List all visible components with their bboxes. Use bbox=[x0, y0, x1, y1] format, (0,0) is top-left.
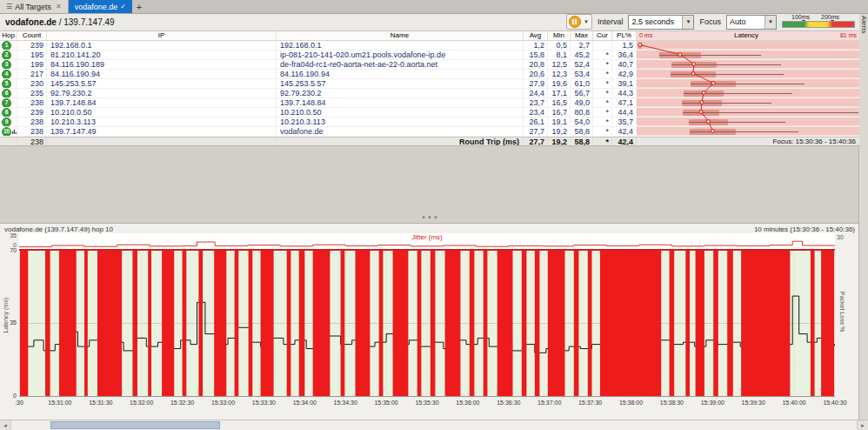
scroll-right-arrow-icon[interactable]: ► bbox=[857, 420, 868, 430]
table-row[interactable]: 10 238 139.7.147.49 vodafone.de 27,7 19,… bbox=[0, 127, 859, 137]
focus-select[interactable]: Auto ▼ bbox=[726, 15, 777, 30]
cell-hop: 2 bbox=[0, 50, 17, 59]
cell-ip: 92.79.230.2 bbox=[47, 89, 277, 97]
cell-pl: 1,5 bbox=[612, 41, 637, 50]
scroll-left-arrow-icon[interactable]: ◄ bbox=[0, 420, 11, 430]
cell-count: 239 bbox=[17, 108, 47, 117]
alerts-tab-label: Alerts bbox=[860, 16, 868, 33]
interval-label: Interval bbox=[598, 17, 624, 26]
horizontal-scrollbar[interactable]: ◄ ► bbox=[0, 420, 868, 430]
latency-minmax-whisker bbox=[682, 103, 771, 104]
cell-min: 19,1 bbox=[548, 118, 571, 126]
cell-max: 56,7 bbox=[571, 89, 593, 97]
interval-select[interactable]: 2,5 seconds ▼ bbox=[628, 15, 694, 30]
table-row[interactable]: 2 195 81.210.141.20 ip-081-210-141-020.u… bbox=[0, 50, 859, 60]
cell-min: 8,1 bbox=[548, 50, 571, 59]
timeline-graph[interactable] bbox=[19, 250, 835, 397]
timeline-graph-svg bbox=[19, 250, 835, 397]
timeline-panel: vodafone.de (139.7.147.49) hop 10 10 min… bbox=[0, 223, 859, 420]
column-header-latency[interactable]: 0 ms Latency 81 ms bbox=[637, 30, 859, 40]
hop-number-badge: 4 bbox=[2, 70, 11, 78]
table-row[interactable]: 9 238 10.210.3.113 10.210.3.113 26,1 19,… bbox=[0, 118, 859, 127]
scrollbar-thumb[interactable] bbox=[50, 421, 220, 429]
cell-name: 10.210.3.113 bbox=[277, 118, 524, 126]
column-header-ip[interactable]: IP bbox=[47, 30, 277, 40]
time-tick-label: 15:33:00 bbox=[211, 400, 235, 406]
cell-min: 17,1 bbox=[548, 89, 571, 97]
timeline-header: vodafone.de (139.7.147.49) hop 10 10 min… bbox=[0, 224, 859, 233]
cell-cur: * bbox=[593, 70, 612, 78]
column-header-avg[interactable]: Avg bbox=[524, 30, 548, 40]
splitter-handle[interactable] bbox=[416, 214, 444, 220]
pause-split-button[interactable]: ▼ bbox=[566, 14, 592, 30]
pause-icon[interactable] bbox=[569, 16, 581, 28]
cell-name: ip-081-210-141-020.um21.pools.vodafone-i… bbox=[277, 50, 524, 59]
table-row[interactable]: 1 239 192.168.0.1 192.168.0.1 1,2 0,5 2,… bbox=[0, 41, 859, 50]
cell-name: 10.210.0.50 bbox=[277, 108, 524, 117]
check-icon: ✓ bbox=[120, 3, 126, 10]
cell-cur: * bbox=[593, 127, 612, 136]
table-row[interactable]: 6 235 92.79.230.2 92.79.230.2 24,4 17,1 … bbox=[0, 89, 859, 98]
column-header-max[interactable]: Max bbox=[571, 30, 593, 40]
latency-minmax-whisker bbox=[690, 131, 798, 132]
cell-max: 61,0 bbox=[571, 79, 593, 88]
cell-hop: 6 bbox=[0, 89, 17, 97]
time-tick-label: 15:40:00 bbox=[782, 400, 805, 406]
cell-avg: 24,4 bbox=[524, 89, 548, 97]
column-header-hop[interactable]: Hop bbox=[0, 30, 17, 40]
footer-max: 58,8 bbox=[571, 138, 593, 145]
cell-pl: 44,4 bbox=[612, 108, 637, 117]
cell-min: 19,6 bbox=[548, 79, 571, 88]
cell-min: 12,5 bbox=[548, 60, 571, 69]
cell-min: 0,5 bbox=[548, 41, 571, 50]
alerts-side-tab[interactable]: Alerts bbox=[858, 13, 868, 420]
time-tick-label: 15:35:30 bbox=[415, 400, 438, 406]
column-header-min[interactable]: Min bbox=[548, 30, 571, 40]
chevron-down-icon[interactable]: ▼ bbox=[583, 19, 590, 24]
cell-hop: 1 bbox=[0, 41, 17, 50]
column-header-cur[interactable]: Cur bbox=[593, 30, 612, 40]
scrollbar-track[interactable] bbox=[11, 420, 857, 430]
footer-count: 238 bbox=[17, 138, 47, 145]
cell-ip: 84.116.190.94 bbox=[47, 70, 277, 78]
table-row[interactable]: 8 239 10.210.0.50 10.210.0.50 23,4 16,7 … bbox=[0, 108, 859, 118]
latency-scale-min: 0 ms bbox=[639, 32, 652, 38]
target-title: vodafone.de / 139.7.147.49 bbox=[5, 17, 115, 27]
time-tick-label: 15:39:00 bbox=[701, 400, 724, 406]
latency-minmax-whisker bbox=[691, 84, 805, 84]
table-row[interactable]: 7 238 139.7.148.84 139.7.148.84 23,7 16,… bbox=[0, 98, 859, 108]
time-tick-label: 15:37:30 bbox=[578, 400, 602, 406]
footer-min: 19,2 bbox=[548, 138, 571, 145]
column-header-pl[interactable]: PL% bbox=[612, 30, 637, 40]
cell-hop: 10 bbox=[0, 127, 17, 136]
cell-count: 238 bbox=[17, 98, 47, 107]
legend-200ms-label: 200ms bbox=[821, 14, 839, 20]
table-row[interactable]: 4 217 84.116.190.94 84.116.190.94 20,6 1… bbox=[0, 70, 859, 79]
tab-target-vodafone[interactable]: vodafone.de ✓ bbox=[69, 0, 132, 13]
close-icon[interactable]: ✕ bbox=[56, 3, 62, 10]
latency-minmax-whisker bbox=[689, 122, 785, 123]
focus-range-label: Focus: 15:30:36 - 15:40:36 bbox=[637, 138, 859, 145]
time-tick-label: :30 bbox=[15, 400, 23, 406]
table-row[interactable]: 5 230 145.253.5.57 145.253.5.57 27,9 19,… bbox=[0, 79, 859, 89]
hop-number-badge: 10 bbox=[2, 127, 11, 136]
cell-hop: 8 bbox=[0, 108, 17, 117]
jitter-strip[interactable]: Jitter (ms) bbox=[19, 233, 835, 250]
table-row[interactable]: 3 199 84.116.190.189 de-fra04d-rc1-re0-a… bbox=[0, 60, 859, 70]
latency-bar-cell bbox=[637, 41, 859, 50]
cell-pl: 36,4 bbox=[612, 50, 637, 59]
cell-count: 238 bbox=[17, 118, 47, 126]
tab-target-label: vodafone.de bbox=[75, 3, 118, 11]
add-target-tab-button[interactable]: + bbox=[132, 0, 146, 13]
latency-bar-cell bbox=[637, 60, 859, 69]
cell-avg: 15,8 bbox=[524, 50, 548, 59]
column-header-name[interactable]: Name bbox=[277, 30, 524, 40]
cell-avg: 27,9 bbox=[524, 79, 548, 88]
cell-name: 139.7.148.84 bbox=[277, 98, 524, 107]
cell-cur: * bbox=[593, 60, 612, 69]
tab-all-targets[interactable]: ☰ All Targets ✕ bbox=[0, 0, 69, 13]
time-tick-label: 15:36:30 bbox=[497, 400, 520, 406]
time-tick-label: 15:35:00 bbox=[374, 400, 397, 406]
hop-number-badge: 5 bbox=[2, 79, 11, 88]
column-header-count[interactable]: Count bbox=[17, 30, 47, 40]
